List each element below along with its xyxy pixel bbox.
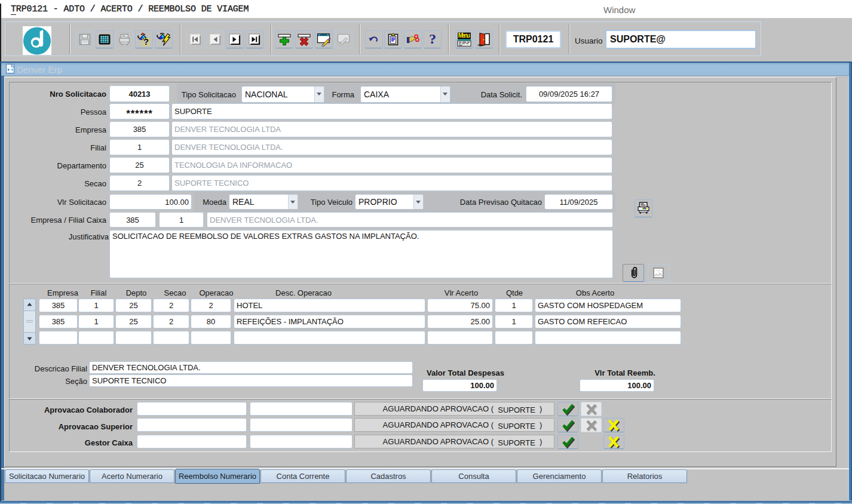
svg-text:Menu: Menu	[458, 32, 470, 39]
svg-text:?: ?	[143, 36, 149, 47]
